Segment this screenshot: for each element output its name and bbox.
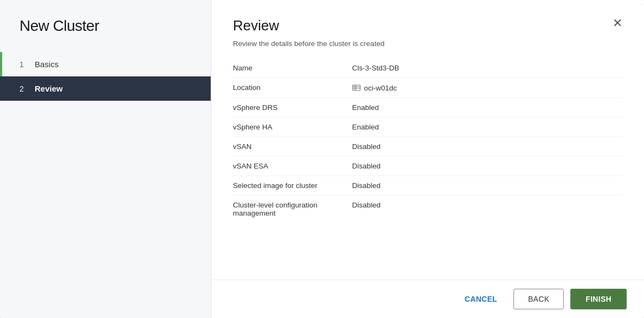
review-key-vsphere-drs: vSphere DRS (233, 103, 352, 112)
modal: New Cluster 1 Basics 2 Review Review ✕ R… (0, 0, 644, 318)
step-label-basics: Basics (35, 60, 58, 69)
content-title: Review (233, 17, 279, 34)
review-key-selected-image: Selected image for cluster (233, 181, 352, 190)
modal-footer: CANCEL BACK FINISH (211, 280, 644, 318)
review-value-selected-image: Disabled (352, 181, 381, 190)
review-value-name: Cls-3-Std3-DB (352, 64, 399, 72)
sidebar-steps: 1 Basics 2 Review (0, 52, 211, 101)
review-key-vsan-esa: vSAN ESA (233, 162, 352, 170)
review-key-name: Name (233, 64, 352, 72)
review-value-location: oci-w01dc (352, 83, 397, 92)
review-row-vsphere-drs: vSphere DRS Enabled (233, 98, 622, 118)
sidebar: New Cluster 1 Basics 2 Review (0, 0, 211, 318)
sidebar-title: New Cluster (0, 0, 211, 52)
review-value-vsphere-ha: Enabled (352, 123, 379, 131)
review-value-vsan-esa: Disabled (352, 162, 381, 170)
review-row-name: Name Cls-3-Std3-DB (233, 59, 622, 78)
datacenter-icon (352, 83, 361, 92)
review-key-vsphere-ha: vSphere HA (233, 123, 352, 131)
step-label-review: Review (35, 84, 63, 93)
cancel-button[interactable]: CANCEL (455, 289, 507, 309)
review-row-location: Location oci-w01dc (233, 78, 622, 98)
review-row-vsphere-ha: vSphere HA Enabled (233, 118, 622, 137)
review-row-selected-image: Selected image for cluster Disabled (233, 176, 622, 196)
step-number-1: 1 (19, 60, 28, 69)
review-key-vsan: vSAN (233, 142, 352, 151)
review-value-vsan: Disabled (352, 142, 381, 151)
svg-rect-5 (356, 87, 357, 88)
close-button[interactable]: ✕ (613, 17, 622, 29)
content-panel: Review ✕ Review the details before the c… (211, 0, 644, 318)
review-row-vsan: vSAN Disabled (233, 137, 622, 157)
step-number-2: 2 (19, 85, 28, 93)
svg-rect-4 (356, 86, 357, 87)
finish-button[interactable]: FINISH (570, 289, 627, 309)
sidebar-item-review[interactable]: 2 Review (0, 76, 211, 101)
review-row-cluster-config: Cluster-level configuration management D… (233, 196, 622, 223)
review-value-cluster-config: Disabled (352, 201, 381, 209)
content-subtitle: Review the details before the cluster is… (211, 34, 644, 48)
review-table: Name Cls-3-Std3-DB Location (211, 48, 644, 280)
svg-rect-6 (356, 89, 357, 90)
step-indicator-basics (0, 52, 2, 76)
content-header: Review ✕ (211, 0, 644, 34)
review-key-location: Location (233, 83, 352, 92)
step-indicator-review (0, 76, 2, 101)
review-row-vsan-esa: vSAN ESA Disabled (233, 157, 622, 176)
sidebar-item-basics[interactable]: 1 Basics (0, 52, 211, 76)
review-value-vsphere-drs: Enabled (352, 103, 379, 112)
back-button[interactable]: BACK (513, 289, 564, 309)
review-key-cluster-config: Cluster-level configuration management (233, 201, 352, 217)
